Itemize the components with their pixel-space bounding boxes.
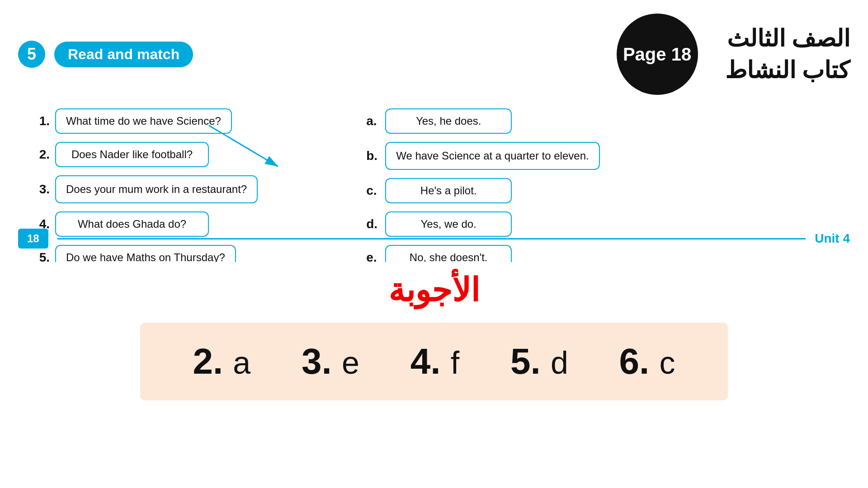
question-box-3: Does your mum work in a restaurant? xyxy=(55,175,258,203)
page-circle: Page 18 xyxy=(617,14,698,95)
answer-item-3-num: 3. xyxy=(302,341,342,381)
page-number-badge: 18 xyxy=(18,229,48,249)
answer-box-c: He's a pilot. xyxy=(385,178,512,203)
answer-box-b: We have Science at a quarter to eleven. xyxy=(385,142,599,170)
answer-box-a: Yes, he does. xyxy=(385,108,512,134)
answer-letter-a: a. xyxy=(366,114,380,128)
answer-item-2: 2. a xyxy=(193,341,250,382)
arabic-subtitle: كتاب النشاط xyxy=(725,56,850,84)
header-right: Page 18 الصف الثالث كتاب النشاط xyxy=(617,14,850,95)
question-box-1: What time do we have Science? xyxy=(55,108,232,134)
arabic-text-block: الصف الثالث كتاب النشاط xyxy=(725,25,850,84)
arabic-title: الصف الثالث xyxy=(725,25,850,52)
header-left: 5 Read and match xyxy=(18,41,193,68)
answer-item-6-letter: c xyxy=(660,345,675,380)
answer-item-6-num: 6. xyxy=(619,341,660,381)
answer-item-4: 4. f xyxy=(410,341,459,382)
answer-letter-c: c. xyxy=(366,183,380,198)
answer-item-4-num: 4. xyxy=(410,341,451,381)
answer-row-b: b. We have Science at a quarter to eleve… xyxy=(366,142,599,170)
answer-item-3-letter: e xyxy=(342,345,359,380)
answer-row-c: c. He's a pilot. xyxy=(366,178,599,203)
question-row-1: 1. What time do we have Science? xyxy=(36,108,258,134)
question-row-2: 2. Does Nader like football? xyxy=(36,142,258,167)
answer-item-4-letter: f xyxy=(451,345,459,380)
footer-bar: 18 Unit 4 xyxy=(0,229,868,249)
answer-item-5-letter: d xyxy=(551,345,568,380)
answers-section: الأجوبة 2. a 3. e 4. f 5. d 6. c xyxy=(0,262,868,488)
question-num-1: 1. xyxy=(36,114,50,128)
answer-row-a: a. Yes, he does. xyxy=(366,108,599,134)
activity-number: 5 xyxy=(18,41,45,68)
answer-letter-b: b. xyxy=(366,149,380,163)
question-row-3: 3. Does your mum work in a restaurant? xyxy=(36,175,258,203)
header: 5 Read and match Page 18 الصف الثالث كتا… xyxy=(0,0,868,99)
unit-label: Unit 4 xyxy=(815,231,850,246)
answer-item-2-letter: a xyxy=(233,345,250,380)
question-box-2: Does Nader like football? xyxy=(55,142,209,167)
answer-item-5: 5. d xyxy=(510,341,568,382)
answer-item-3: 3. e xyxy=(302,341,359,382)
answers-title: الأجوبة xyxy=(388,271,480,309)
question-num-2: 2. xyxy=(36,147,50,162)
answer-item-2-num: 2. xyxy=(193,341,233,381)
answers-box: 2. a 3. e 4. f 5. d 6. c xyxy=(140,323,728,400)
answer-item-6: 6. c xyxy=(619,341,675,382)
footer-line xyxy=(57,238,806,239)
answer-item-5-num: 5. xyxy=(510,341,551,381)
question-num-3: 3. xyxy=(36,182,50,197)
activity-label: Read and match xyxy=(54,42,193,67)
